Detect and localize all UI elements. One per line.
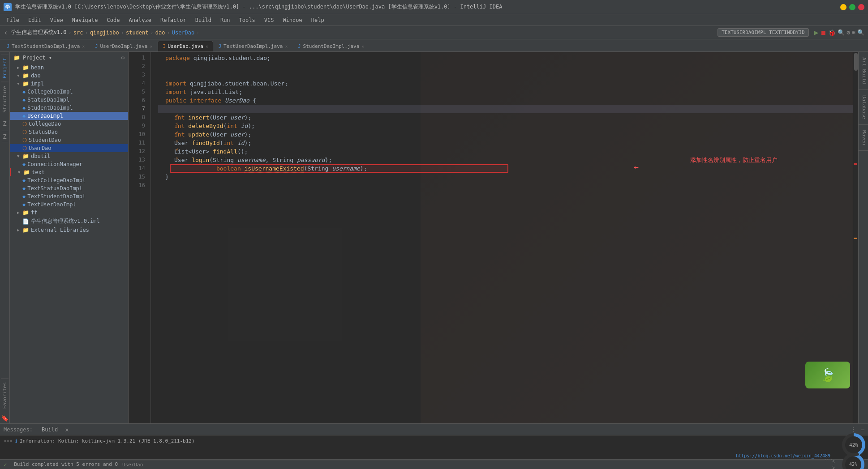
breadcrumb-userdao[interactable]: UserDao — [172, 30, 195, 36]
tree-text[interactable]: ▼ 📁 text — [10, 168, 128, 176]
left-tab-z[interactable]: Z — [2, 116, 7, 131]
tree-connectionmanager[interactable]: ◆ ConnectionManager — [10, 160, 128, 168]
menu-file[interactable]: File — [2, 15, 24, 25]
debug-button[interactable]: 🐞 — [828, 29, 836, 36]
tree-statusdaoimpl[interactable]: ◆ StatusDaoImpl — [10, 96, 128, 104]
tree-external-libs[interactable]: ▶ 📁 External Libraries — [10, 226, 128, 234]
tree-collegedao[interactable]: ⬡ CollegeDao — [10, 120, 128, 128]
breadcrumb-project[interactable]: 学生信息管理系统v1.0 — [11, 29, 67, 36]
line-number: 13 — [129, 156, 147, 164]
menu-help[interactable]: Help — [307, 15, 329, 25]
right-tab-database[interactable]: Database — [859, 90, 868, 125]
tree-bean[interactable]: ▶ 📁 bean — [10, 64, 128, 72]
left-tab-bookmark[interactable]: 🔖 — [0, 413, 9, 423]
menu-build[interactable]: Build — [191, 15, 216, 25]
tab-close-icon[interactable]: ✕ — [150, 44, 152, 49]
tree-textstatusdaoimpl[interactable]: ◆ TextStatusDaoImpl — [10, 184, 128, 192]
build-info-line: ••• ℹ Information: Kotlin: kotlinc-jvm 1… — [4, 437, 864, 445]
tab-close-icon[interactable]: ✕ — [285, 44, 288, 49]
menu-run[interactable]: Run — [216, 15, 235, 25]
toolbar-right: TEXTUSERDAOIMPL TEXTFINDBYID ▶ ⏹ 🐞 🔍 ⚙ ⊞… — [718, 28, 864, 37]
tree-userdaoimpl[interactable]: ◆ UserDaoImpl — [10, 112, 128, 120]
project-toolbar-icons[interactable]: ⚙ — [121, 55, 125, 61]
right-tab-artbuild[interactable]: Art Build — [859, 52, 868, 90]
tree-collegedaoimpl[interactable]: ◆ CollegeDaoImpl — [10, 88, 128, 96]
run-config[interactable]: TEXTUSERDAOIMPL TEXTFINDBYID — [718, 28, 808, 37]
url-text[interactable]: https://blog.csdn.net/weixin_442489 — [736, 453, 830, 458]
search-icon[interactable]: 🔍 — [857, 29, 864, 36]
gutter-marker-10: ⚡ — [173, 128, 180, 137]
menu-edit[interactable]: Edit — [24, 15, 46, 25]
menu-refactor[interactable]: Refactor — [156, 15, 191, 25]
right-tab-maven[interactable]: Maven — [859, 125, 868, 151]
tree-item-label: CollegeDaoImpl — [27, 89, 73, 95]
close-button[interactable] — [858, 4, 864, 10]
menu-tools[interactable]: Tools — [235, 15, 260, 25]
minimize-button[interactable] — [840, 4, 847, 10]
tab-close-icon[interactable]: ✕ — [206, 44, 208, 49]
grid-icon[interactable]: ⊞ — [852, 29, 855, 36]
tree-dbutil[interactable]: ▼ 📁 dbutil — [10, 152, 128, 160]
code-line-6: public interface UserDao { — [158, 96, 858, 105]
left-tab-structure[interactable]: Structure — [1, 82, 9, 116]
tree-item-label: StatusDaoImpl — [27, 97, 69, 103]
leaf-widget[interactable]: 🍃 — [805, 362, 850, 388]
menu-bar: File Edit View Navigate Code Analyze Ref… — [0, 14, 868, 26]
scrollbar-thumb[interactable] — [854, 53, 858, 71]
menu-navigate[interactable]: Navigate — [68, 15, 103, 25]
left-tab-project[interactable]: Project — [1, 54, 9, 82]
title-bar: 学 学生信息管理系统v1.0 [C:\Users\lenovo\Desktop\… — [0, 0, 868, 14]
tab-textstudentdaoimpl[interactable]: J TextStudentDaoImpl.java ✕ — [2, 41, 90, 51]
tree-textcollegedaoimpl[interactable]: ◆ TextCollegeDaoImpl — [10, 176, 128, 184]
tab-close-icon[interactable]: ✕ — [82, 44, 85, 49]
java-icon: ◆ — [22, 177, 26, 183]
tab-studentdaoimpl[interactable]: J StudentDaoImpl.java ✕ — [293, 41, 369, 51]
tree-studentdaoimpl[interactable]: ◆ StudentDaoImpl — [10, 104, 128, 112]
tree-userdao[interactable]: ⬡ UserDao — [10, 144, 128, 152]
breadcrumb-dao[interactable]: dao — [155, 30, 165, 36]
gutter-marker-6: ⚡ — [173, 94, 180, 103]
menu-code[interactable]: Code — [103, 15, 125, 25]
left-tab-z2[interactable]: Z — [2, 131, 7, 142]
search-everywhere[interactable]: 🔍 — [838, 29, 845, 36]
stop-button[interactable]: ⏹ — [820, 29, 826, 36]
annotation-text: 添加性名辨别属性，防止重名用户 — [690, 156, 778, 164]
window-title: 学生信息管理系统v1.0 [C:\Users\lenovo\Desktop\作业… — [15, 3, 840, 11]
project-header[interactable]: 📁 Project ▾ ⚙ — [10, 52, 128, 64]
menu-view[interactable]: View — [46, 15, 68, 25]
tab-userdaoimpl[interactable]: J UserDaoImpl.java ✕ — [90, 41, 157, 51]
run-button[interactable]: ▶ — [814, 28, 819, 37]
code-content[interactable]: ⚡ ⚡ ⚡ ⚡ ⚡ ⚡ ⚡ package qingjiabo.student.… — [151, 52, 858, 423]
scrollbar-track[interactable] — [853, 52, 858, 423]
tree-item-label: TextUserDaoImpl — [27, 201, 76, 208]
tree-textuserdaoimpl[interactable]: ◆ TextUserDaoImpl — [10, 200, 128, 209]
tree-iml[interactable]: 📄 学生信息管理系统v1.0.iml — [10, 217, 128, 226]
build-tab-build[interactable]: Build — [38, 426, 61, 434]
tab-close-icon[interactable]: ✕ — [361, 44, 364, 49]
editor-area[interactable]: 1 2 3 4 5 6 7 8 9 10 11 12 13 14 15 16 ⚡ — [129, 52, 858, 423]
java-icon: ◆ — [22, 105, 26, 111]
left-tab-favorites[interactable]: Favorites — [1, 378, 9, 413]
progress-widget-2: 42% — [840, 431, 867, 458]
nav-back-icon[interactable]: ‹ — [4, 28, 8, 37]
settings-icon[interactable]: ⚙ — [847, 29, 850, 36]
menu-window[interactable]: Window — [278, 15, 306, 25]
build-line-dots: ••• — [4, 437, 13, 445]
tree-textstudentdaoimpl[interactable]: ◆ TextStudentDaoImpl — [10, 192, 128, 200]
build-panel-close[interactable]: ✕ — [65, 426, 69, 433]
tab-textuserdaoimpl[interactable]: J TextUserDaoImpl.java ✕ — [214, 41, 293, 51]
breadcrumb-src[interactable]: src — [73, 30, 83, 36]
code-line-8: int insert(User user); — [158, 113, 858, 122]
breadcrumb-student[interactable]: student — [126, 30, 149, 36]
breadcrumb-qingjiabo[interactable]: qingjiabo — [90, 30, 119, 36]
maximize-button[interactable] — [849, 4, 855, 10]
tree-dao[interactable]: ▼ 📁 dao — [10, 72, 128, 80]
tree-impl[interactable]: ▼ 📁 impl — [10, 80, 128, 88]
menu-analyze[interactable]: Analyze — [124, 15, 156, 25]
tree-ff[interactable]: ▶ 📁 ff — [10, 209, 128, 217]
tab-userdao[interactable]: I UserDao.java ✕ — [158, 41, 213, 51]
menu-vcs[interactable]: VCS — [260, 15, 279, 25]
tree-statusdao[interactable]: ⬡ StatusDao — [10, 128, 128, 136]
tree-studentdao[interactable]: ⬡ StudentDao — [10, 136, 128, 144]
leaf-icon: 🍃 — [820, 368, 836, 383]
